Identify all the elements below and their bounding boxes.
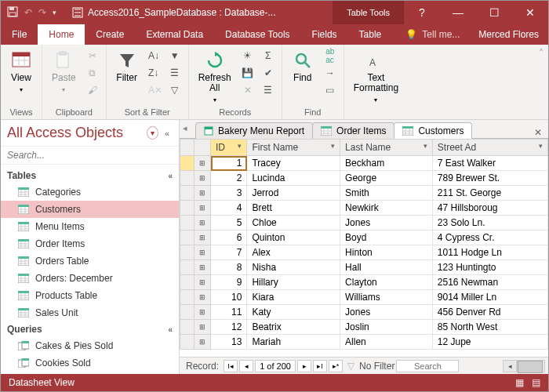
view-designве-iconагрузка[interactable]: ▤ <box>532 377 540 388</box>
redo-icon[interactable]: ↷ <box>38 7 46 18</box>
col-id[interactable]: ID▾ <box>211 140 247 156</box>
nav-item-products-table[interactable]: Products Table <box>1 287 179 304</box>
save-icon[interactable] <box>7 6 18 20</box>
nav-collapse-icon[interactable]: « <box>162 129 173 138</box>
more-records-icon[interactable]: ☰ <box>260 82 277 98</box>
close-button[interactable]: ✕ <box>512 1 548 24</box>
doc-tab-order-items[interactable]: Order Items <box>312 122 394 139</box>
nav-menu-dropdown-icon[interactable]: ▾ <box>147 126 158 140</box>
format-painter-icon[interactable]: 🖌 <box>84 82 101 98</box>
nav-item-customers[interactable]: Customers <box>1 201 179 218</box>
first-record-button[interactable]: I◂ <box>224 360 238 372</box>
help-button[interactable]: ? <box>404 1 440 24</box>
svg-rect-7 <box>60 52 66 55</box>
find-button[interactable]: Find <box>287 48 318 85</box>
signed-in-user[interactable]: Merced Flores <box>469 24 548 45</box>
tab-database-tools[interactable]: Database Tools <box>214 24 301 45</box>
tab-table[interactable]: Table <box>348 24 393 45</box>
maximize-button[interactable]: ☐ <box>476 1 512 24</box>
hscroll-track[interactable] <box>517 360 531 372</box>
datasheet-grid[interactable]: ID▾First Name▾Last Name▾Street Ad▾⊞1Trac… <box>180 139 548 357</box>
cut-icon[interactable]: ✂ <box>84 48 101 64</box>
hscroll-left[interactable]: ◂ <box>503 360 517 372</box>
refresh-all-button[interactable]: Refresh All ▾ <box>194 48 236 107</box>
table-row[interactable]: ⊞4BrettNewkirk47 Hillsboroug <box>180 201 548 216</box>
filter-button[interactable]: Filter <box>111 48 143 85</box>
prev-record-button[interactable]: ◂ <box>239 360 253 372</box>
table-row[interactable]: ⊞7AlexHinton1011 Hodge Ln <box>180 245 548 260</box>
nav-item-order-items[interactable]: Order Items <box>1 235 179 252</box>
table-row[interactable]: ⊞5ChloeJones23 Solo Ln. <box>180 216 548 230</box>
nav-item-sales-unit[interactable]: Sales Unit <box>1 304 179 321</box>
record-navigator: Record: I◂ ◂ ▸ ▸I ▸* ▽ No Filter ◂ ▸ <box>180 357 548 374</box>
nav-search[interactable] <box>1 146 179 165</box>
advanced-filter-icon[interactable]: ☰ <box>166 65 184 81</box>
nav-category-queries[interactable]: Queries« <box>1 321 179 337</box>
toggle-filter-icon[interactable]: ▽ <box>166 82 184 98</box>
delete-record-icon[interactable]: ✕ <box>239 82 256 98</box>
view-datasheet-icon[interactable]: ▦ <box>515 377 524 388</box>
col-first-name[interactable]: First Name▾ <box>247 140 340 156</box>
table-row[interactable]: ⊞2LucindaGeorge789 Brewer St. <box>180 171 548 186</box>
record-search-input[interactable] <box>396 360 459 372</box>
nav-item-menu-items[interactable]: Menu Items <box>1 218 179 235</box>
table-row[interactable]: ⊞10KiaraWilliams9014 Miller Ln <box>180 290 548 305</box>
filter-status[interactable]: No Filter <box>359 361 394 372</box>
undo-icon[interactable]: ↶ <box>24 7 32 18</box>
tab-home[interactable]: Home <box>38 24 85 45</box>
table-row[interactable]: ⊞6QuintonBoyd4 Cypress Cr. <box>180 230 548 245</box>
text-formatting-button[interactable]: A Text Formatting ▾ <box>349 48 403 107</box>
col-street-ad[interactable]: Street Ad▾ <box>432 140 547 156</box>
table-row[interactable]: ⊞8NishaHall123 Huntingto <box>180 260 548 275</box>
collapse-ribbon-icon[interactable]: ˄ <box>534 45 548 119</box>
sort-asc-icon[interactable]: A↓ <box>146 48 163 64</box>
table-row[interactable]: ⊞12BeatrixJoslin85 North West <box>180 320 548 335</box>
tell-me-search[interactable]: 💡 Tell me... <box>396 24 469 45</box>
select-all-cell[interactable] <box>180 140 195 156</box>
qat-dropdown-icon[interactable]: ▾ <box>53 9 56 16</box>
view-button[interactable]: View ▾ <box>5 48 37 96</box>
tab-create[interactable]: Create <box>85 24 135 45</box>
table-row[interactable]: ⊞11KatyJones456 Denver Rd <box>180 305 548 320</box>
sort-desc-icon[interactable]: Z↓ <box>146 65 163 81</box>
record-position-input[interactable] <box>255 360 296 372</box>
table-row[interactable]: ⊞13MariahAllen12 Jupe <box>180 335 548 350</box>
totals-icon[interactable]: Σ <box>260 48 277 64</box>
nav-item-cookies-sold[interactable]: Cookies Sold <box>1 354 179 372</box>
nav-category-tables[interactable]: Tables« <box>1 168 179 183</box>
close-tab-button[interactable]: ✕ <box>528 127 548 138</box>
next-record-button[interactable]: ▸ <box>297 360 311 372</box>
table-row[interactable]: ⊞9HillaryClayton2516 Newman <box>180 275 548 290</box>
remove-sort-icon[interactable]: A✕ <box>146 82 163 98</box>
nav-search-input[interactable] <box>1 147 179 164</box>
nav-item-orders-table[interactable]: Orders Table <box>1 252 179 270</box>
save-record-icon[interactable]: 💾 <box>239 65 256 81</box>
table-row[interactable]: ⊞3JerrodSmith211 St. George <box>180 186 548 201</box>
svg-rect-33 <box>18 239 29 241</box>
nav-header[interactable]: All Access Objects <box>7 125 147 141</box>
doc-tab-bakery-menu-report[interactable]: Bakery Menu Report <box>195 122 313 139</box>
title-bar: ↶ ↷ ▾ Access2016_SampleDatabase : Databa… <box>1 1 548 24</box>
goto-icon[interactable]: → <box>322 65 339 81</box>
minimize-button[interactable]: — <box>440 1 476 24</box>
svg-rect-77 <box>402 126 413 129</box>
tab-file[interactable]: File <box>1 24 38 45</box>
selection-filter-icon[interactable]: ▼ <box>166 48 184 64</box>
tab-fields[interactable]: Fields <box>301 24 348 45</box>
new-record-nav-button[interactable]: ▸* <box>329 360 343 372</box>
last-record-button[interactable]: ▸I <box>313 360 327 372</box>
svg-rect-71 <box>321 126 332 129</box>
nav-item-orders-december[interactable]: Orders: December <box>1 270 179 287</box>
doc-tab-customers[interactable]: Customers <box>394 122 472 139</box>
paste-button[interactable]: Paste ▾ <box>47 48 81 96</box>
nav-item-categories[interactable]: Categories <box>1 183 179 201</box>
copy-icon[interactable]: ⧉ <box>84 65 101 81</box>
replace-icon[interactable]: abac <box>322 48 339 64</box>
table-row[interactable]: ⊞1TraceyBeckham7 East Walker <box>180 156 548 171</box>
select-icon[interactable]: ▭ <box>322 82 339 98</box>
nav-item-cakes-pies-sold[interactable]: Cakes & Pies Sold <box>1 337 179 354</box>
new-record-icon[interactable]: ☀ <box>239 48 256 64</box>
col-last-name[interactable]: Last Name▾ <box>340 140 433 156</box>
spelling-icon[interactable]: ✔ <box>260 65 277 81</box>
tab-external-data[interactable]: External Data <box>135 24 214 45</box>
